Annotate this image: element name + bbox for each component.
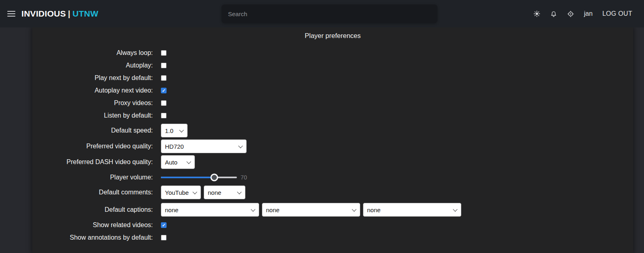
player-volume-label: Player volume: [32,174,153,181]
show-related-checkbox[interactable]: ✓ [161,222,167,228]
bell-icon[interactable] [550,10,557,17]
always-loop-label: Always loop: [32,49,153,57]
sun-icon[interactable] [533,10,541,17]
default-comments-select-2[interactable]: none [204,186,245,199]
show-related-label: Show related videos: [32,221,153,229]
chevron-down-icon [192,190,197,194]
play-next-checkbox[interactable] [161,75,167,81]
username-link[interactable]: jan [584,10,593,17]
logo-instance-name: UTNW [72,9,98,18]
pref-row-always-loop: Always loop: [32,46,633,59]
default-speed-select[interactable]: 1.0 [161,124,188,137]
slider-fill [161,177,214,178]
autoplay-label: Autoplay: [32,62,153,69]
default-captions-select-2[interactable]: none [262,203,360,217]
always-loop-checkbox[interactable] [161,50,167,56]
pref-row-video-quality: Preferred video quality: HD720 [32,139,633,153]
show-annotations-checkbox[interactable] [161,235,167,240]
default-comments-label: Default comments: [32,189,153,196]
chevron-down-icon [251,207,255,211]
default-speed-label: Default speed: [32,127,153,134]
proxy-videos-checkbox[interactable] [161,100,167,106]
pref-row-show-related: Show related videos: ✓ [32,219,633,231]
top-navbar: INVIDIOUS|UTNW [0,0,644,27]
logout-button[interactable]: LOG OUT [602,10,632,17]
pref-row-autoplay-next: Autoplay next video: ✓ [32,84,633,97]
dash-quality-select[interactable]: Auto [161,155,195,169]
hamburger-menu-icon[interactable] [7,11,15,17]
pref-row-listen-default: Listen by default: [32,109,633,122]
chevron-down-icon [186,159,191,164]
gear-icon[interactable] [567,10,574,17]
page-title: Player preferences [32,32,633,40]
pref-row-default-comments: Default comments: YouTube none [32,186,633,199]
autoplay-next-checkbox[interactable]: ✓ [161,88,167,93]
chevron-down-icon [453,207,457,211]
dash-quality-label: Preferred DASH video quality: [32,158,153,166]
proxy-videos-label: Proxy videos: [32,99,153,107]
show-annotations-label: Show annotations by default: [32,234,153,241]
video-quality-label: Preferred video quality: [32,143,153,150]
chevron-down-icon [238,143,243,148]
autoplay-checkbox[interactable] [161,63,167,68]
default-captions-select-3[interactable]: none [363,203,461,217]
pref-row-player-volume: Player volume: 70 [32,171,633,183]
search-input[interactable] [222,4,437,23]
listen-default-label: Listen by default: [32,112,153,119]
chevron-down-icon [179,128,184,132]
slider-thumb[interactable] [210,173,218,181]
player-volume-value: 70 [241,174,247,181]
pref-row-autoplay: Autoplay: [32,59,633,72]
logo-separator: | [66,9,72,18]
play-next-label: Play next by default: [32,74,153,82]
default-captions-label: Default captions: [32,206,153,213]
pref-row-proxy-videos: Proxy videos: [32,97,633,109]
player-volume-slider[interactable] [161,173,237,181]
pref-row-play-next: Play next by default: [32,72,633,84]
pref-row-show-annotations: Show annotations by default: [32,231,633,244]
pref-row-default-captions: Default captions: none none none [32,203,633,217]
chevron-down-icon [237,190,241,194]
preferences-panel: Player preferences Always loop: Autoplay… [32,27,633,253]
pref-row-dash-quality: Preferred DASH video quality: Auto [32,155,633,169]
video-quality-select[interactable]: HD720 [161,139,247,153]
default-captions-select-1[interactable]: none [161,203,259,217]
listen-default-checkbox[interactable] [161,113,167,118]
chevron-down-icon [352,207,356,211]
site-logo[interactable]: INVIDIOUS|UTNW [21,9,98,19]
logo-text: INVIDIOUS [21,9,66,18]
autoplay-next-label: Autoplay next video: [32,87,153,94]
default-comments-select-1[interactable]: YouTube [161,186,201,199]
pref-row-default-speed: Default speed: 1.0 [32,124,633,137]
